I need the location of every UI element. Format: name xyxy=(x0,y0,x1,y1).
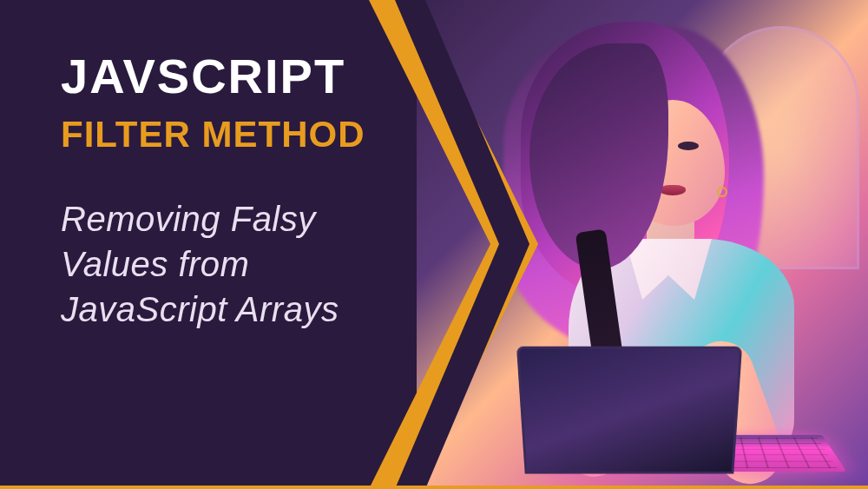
lips xyxy=(660,185,686,195)
laptop-screen xyxy=(516,347,742,474)
description-text: Removing Falsy Values from JavaScript Ar… xyxy=(61,196,417,332)
thumbnail-banner: JAVSCRIPT FILTER METHOD Removing Falsy V… xyxy=(0,0,868,489)
heading-sub: FILTER METHOD xyxy=(61,116,417,153)
earring xyxy=(717,187,727,197)
text-panel: JAVSCRIPT FILTER METHOD Removing Falsy V… xyxy=(0,0,434,489)
eye-right xyxy=(678,142,699,150)
heading-main: JAVSCRIPT xyxy=(61,52,417,101)
bottom-accent-bar xyxy=(0,486,868,489)
